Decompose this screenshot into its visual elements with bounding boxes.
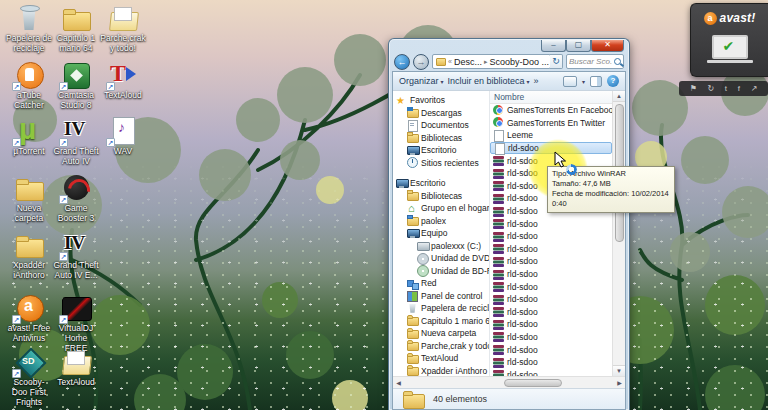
scroll-down-icon[interactable]: ▼ <box>613 365 626 376</box>
desktop-icon[interactable]: Nueva carpeta <box>6 173 52 224</box>
avast-notification-panel[interactable]: a avast! <box>690 3 768 77</box>
desktop-icon[interactable]: avast! Free Antivirus <box>6 293 52 344</box>
sidebar-item[interactable]: Xpadder iAnthoro <box>396 365 489 377</box>
file-row[interactable]: rld-sdoo <box>490 306 612 319</box>
horizontal-scroll-thumb[interactable] <box>504 379 562 387</box>
scroll-left-icon[interactable]: ◀ <box>393 377 404 389</box>
breadcrumb-parent[interactable]: Desc... <box>454 57 482 67</box>
desktop-icon[interactable]: Capitulo 1 mario 64 <box>53 3 99 54</box>
breadcrumb-root-chevron[interactable]: « <box>448 58 452 65</box>
desktop-icon[interactable]: µTorrent <box>6 116 52 157</box>
file-name: Leeme <box>507 130 533 140</box>
include-in-library-button[interactable]: Incluir en biblioteca ▾ <box>448 76 530 86</box>
file-row[interactable]: rld-sdoo <box>490 356 612 369</box>
sidebar-item[interactable]: Unidad de DVD RW (D <box>396 252 489 265</box>
vertical-scrollbar[interactable]: ▲ ▼ <box>612 91 625 376</box>
preview-pane-icon[interactable] <box>590 76 602 87</box>
column-header-nombre[interactable]: Nombre <box>490 91 612 104</box>
desktop-icon-label: µTorrent <box>6 147 52 157</box>
sidebar-item[interactable]: Escritorio <box>396 144 489 157</box>
desktop-icon[interactable]: Parche,crak y todo! <box>100 3 146 54</box>
forward-button[interactable]: → <box>413 54 429 70</box>
desktop-icon[interactable]: TextAloud <box>53 347 99 388</box>
facebook-icon[interactable]: f <box>738 85 740 93</box>
refresh-icon[interactable]: ↻ <box>707 85 714 93</box>
file-row[interactable]: rld-sdoo <box>490 230 612 243</box>
toolbar-overflow-button[interactable]: » <box>534 76 539 86</box>
share-icon[interactable]: ↗ <box>751 85 758 93</box>
back-button[interactable]: ← <box>394 54 410 70</box>
sidebar-item[interactable]: Descargas <box>396 107 489 120</box>
caption-buttons: – ▢ ✕ <box>541 40 624 52</box>
file-row[interactable]: rld-sdoo <box>490 142 612 155</box>
sidebar-item[interactable]: Bibliotecas <box>396 190 489 203</box>
desktop-icon[interactable]: aTube Catcher <box>6 60 52 111</box>
file-row[interactable]: rld-sdoo <box>490 318 612 331</box>
sidebar-item[interactable]: Equipo <box>396 227 489 240</box>
flag-icon[interactable]: ⚑ <box>690 85 697 93</box>
desktop-icon[interactable]: WAV <box>100 116 146 157</box>
sidebar-item[interactable]: Nueva carpeta <box>396 327 489 340</box>
file-row[interactable]: rld-sdoo <box>490 343 612 356</box>
sidebar-item[interactable]: Bibliotecas <box>396 132 489 145</box>
sidebar-item[interactable]: Parche,crak y todo! <box>396 340 489 353</box>
breadcrumb-separator: ▸ <box>484 58 488 66</box>
file-name: rld-sdoo <box>507 307 538 317</box>
minimize-button[interactable]: – <box>541 40 566 52</box>
file-icon <box>493 357 504 368</box>
file-row[interactable]: rld-sdoo <box>490 331 612 344</box>
desktop-icon[interactable]: Scooby-Doo First Frights <box>6 347 52 407</box>
sidebar-item[interactable]: Escritorio <box>396 177 489 190</box>
desktop-icon[interactable]: Game Booster 3 <box>53 173 99 224</box>
file-row[interactable]: Leeme <box>490 129 612 142</box>
sidebar-item[interactable]: paolexxx (C:) <box>396 240 489 253</box>
desktop-icon[interactable]: Grand Theft Auto IV E... <box>53 230 99 281</box>
close-button[interactable]: ✕ <box>591 40 624 52</box>
refresh-button[interactable]: ↻ <box>550 54 563 69</box>
sidebar-item[interactable]: Sitios recientes <box>396 157 489 170</box>
file-row[interactable]: rld-sdoo <box>490 255 612 268</box>
horizontal-scrollbar[interactable]: ◀ ▶ <box>393 376 625 388</box>
sidebar-item[interactable]: TextAloud <box>396 352 489 365</box>
file-row[interactable]: rld-sdoo <box>490 293 612 306</box>
file-row[interactable]: rld-sdoo <box>490 268 612 281</box>
sidebar-item-icon <box>407 315 418 326</box>
sidebar-item[interactable]: paolex <box>396 215 489 228</box>
breadcrumb-current[interactable]: Scooby-Doo ... <box>489 57 549 67</box>
organize-button[interactable]: Organizar ▾ <box>399 76 444 86</box>
sidebar-item[interactable]: Red <box>396 277 489 290</box>
sidebar-item[interactable]: Unidad de BD-ROM ( <box>396 265 489 278</box>
file-row[interactable]: rld-sdoo <box>490 368 612 376</box>
help-icon[interactable]: ? <box>607 75 619 87</box>
maximize-button[interactable]: ▢ <box>566 40 591 52</box>
sidebar-item[interactable]: Favoritos <box>396 94 489 107</box>
desktop-icon[interactable]: Papelera de reciclaje <box>6 3 52 54</box>
desktop-icon[interactable]: VirtualDJ Home FREE <box>53 293 99 353</box>
scroll-up-icon[interactable]: ▲ <box>613 91 626 102</box>
shortcut-arrow-icon <box>12 82 21 91</box>
sidebar-item[interactable]: Capitulo 1 mario 64 <box>396 315 489 328</box>
desktop-icon[interactable]: Xpadder iAnthoro <box>6 230 52 281</box>
tooltip-date: Fecha de modificación: 10/02/2014 0:40 <box>552 189 670 209</box>
sidebar-item[interactable]: Grupo en el hogar <box>396 202 489 215</box>
views-button-icon[interactable] <box>563 76 577 87</box>
twitter-icon[interactable]: t <box>725 85 727 93</box>
sidebar-item[interactable]: Documentos <box>396 119 489 132</box>
file-row[interactable]: GamesTorrents En Twitter <box>490 117 612 130</box>
scroll-right-icon[interactable]: ▶ <box>614 377 625 389</box>
shortcut-arrow-icon <box>12 315 21 324</box>
desktop-icon[interactable]: Camtasia Studio 8 <box>53 60 99 111</box>
sidebar-item[interactable]: Panel de control <box>396 290 489 303</box>
file-row[interactable]: rld-sdoo <box>490 217 612 230</box>
breadcrumb[interactable]: « Desc... ▸ Scooby-Doo ... ▾ <box>432 54 551 69</box>
desktop-icon[interactable]: Grand Theft Auto IV <box>53 116 99 167</box>
navigation-pane: Favoritos Descargas Documentos Bibliotec… <box>393 91 490 376</box>
sidebar-item[interactable]: Papelera de reciclaje <box>396 302 489 315</box>
views-dropdown-icon[interactable]: ▾ <box>582 78 585 85</box>
file-row[interactable]: GamesTorrents En Facebook <box>490 104 612 117</box>
search-box[interactable]: Buscar Sco... <box>566 54 624 69</box>
file-row[interactable]: rld-sdoo <box>490 280 612 293</box>
window-titlebar[interactable]: – ▢ ✕ <box>389 39 629 52</box>
file-row[interactable]: rld-sdoo <box>490 243 612 256</box>
desktop-icon[interactable]: TextAloud <box>100 60 146 101</box>
